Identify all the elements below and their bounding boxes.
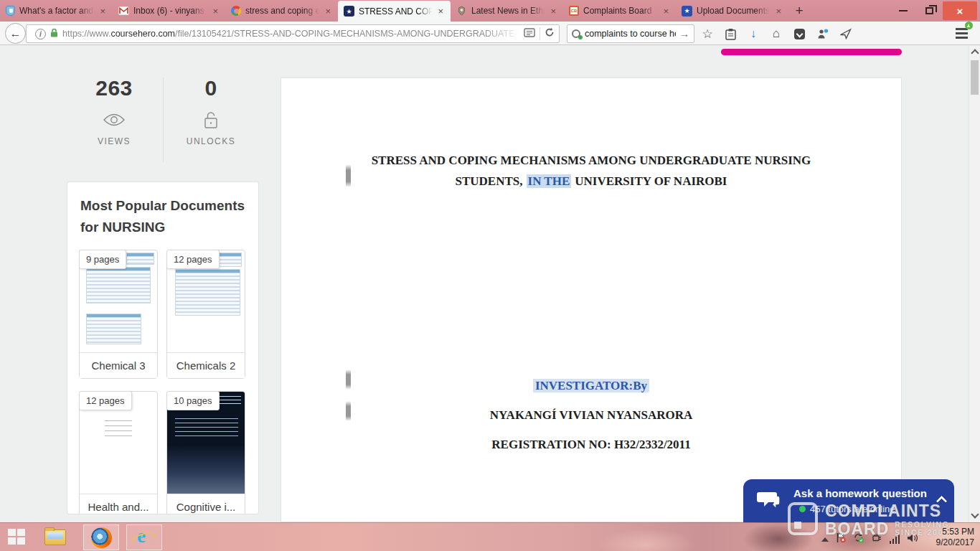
chat-widget-title: Ask a homework question: [793, 487, 927, 499]
tab-title: STRESS AND COPIN: [359, 6, 432, 17]
page-content: 263 VIEWS 0 UNLOCKS Most Popular Documen…: [0, 46, 980, 522]
tab-title: Inbox (6) - vinyans: [133, 6, 207, 16]
search-go-icon[interactable]: →: [679, 28, 689, 39]
downloads-icon[interactable]: ↓: [746, 27, 760, 40]
chat-bubbles-icon: [756, 489, 783, 514]
internet-explorer-taskbar-button[interactable]: e: [126, 524, 162, 550]
scrollbar-thumb[interactable]: [971, 60, 979, 95]
page-info-icon[interactable]: i: [35, 29, 46, 39]
gmail-favicon-icon: [118, 6, 129, 15]
doc-title[interactable]: Chemical 3: [80, 352, 157, 378]
investigator-text: INVESTIGATOR:By: [533, 379, 649, 392]
page-scrollbar[interactable]: [969, 46, 980, 522]
show-hidden-icons-icon[interactable]: [821, 537, 829, 542]
doc-card-cognitive[interactable]: 10 pages Cognitive i...: [166, 391, 245, 514]
reader-mode-icon[interactable]: [524, 27, 535, 40]
most-popular-documents-card: Most Popular Documents for NURSING 9 pag…: [67, 182, 259, 514]
network-signal-icon[interactable]: [890, 534, 900, 544]
google-favicon-icon: [231, 6, 241, 16]
close-window-button[interactable]: ×: [943, 1, 977, 20]
doc-title[interactable]: Cognitive i...: [167, 494, 245, 514]
doc-card-chemical-3[interactable]: 9 pages Chemical 3: [79, 250, 158, 379]
tab-google-search[interactable]: stress and coping e ×: [225, 0, 338, 22]
restore-button[interactable]: [917, 1, 941, 20]
tab-coursehero-document-active[interactable]: ★ STRESS AND COPIN ×: [338, 1, 451, 22]
toolbar-icons: ☆ ↓ ⌂: [700, 24, 852, 43]
complaintsboard-favicon-icon: CB: [569, 6, 579, 16]
url-protocol: https://www.: [62, 29, 110, 39]
doc-title[interactable]: Chemicals 2: [167, 352, 245, 378]
windows-logo-icon: [8, 537, 16, 545]
lock-icon: [168, 110, 254, 129]
tab-close-icon[interactable]: ×: [436, 6, 445, 17]
thumb-table: [86, 267, 151, 303]
tab-close-icon[interactable]: ×: [774, 6, 783, 17]
new-tab-button[interactable]: +: [788, 0, 810, 22]
tutors-online-text: 457 tutors are online: [810, 504, 895, 514]
firefox-taskbar-button[interactable]: [83, 524, 119, 550]
tab-gmail-inbox[interactable]: Inbox (6) - vinyans ×: [113, 0, 225, 22]
tab-latest-news[interactable]: Latest News in Ethi ×: [451, 0, 563, 22]
unlocks-label: UNLOCKS: [168, 136, 254, 146]
search-icon: [572, 29, 581, 39]
doc-card-health-and[interactable]: 12 pages Health and...: [79, 391, 158, 514]
start-button[interactable]: [8, 529, 27, 546]
taskbar-clock[interactable]: 5:53 PM 9/20/2017: [936, 527, 974, 548]
eye-icon: [71, 110, 157, 129]
bookmark-star-icon[interactable]: ☆: [700, 27, 715, 42]
premium-cta-button-top[interactable]: [721, 49, 902, 55]
file-explorer-icon[interactable]: [44, 529, 66, 545]
internet-explorer-icon: e: [133, 527, 156, 548]
browser-toolbar: ← i https://www.coursehero.com/file/1310…: [0, 22, 980, 45]
tab-complaints-board[interactable]: CB Complaints Board ×: [563, 0, 676, 22]
crest-favicon-icon: [456, 6, 467, 17]
power-plug-icon[interactable]: [872, 532, 882, 546]
tab-close-icon[interactable]: ×: [324, 6, 332, 17]
title-post: UNIVERSITY OF NAIROBI: [575, 174, 727, 188]
sync-status-icon[interactable]: [853, 532, 864, 546]
system-tray: [821, 532, 919, 546]
add-search-engine-badge: [578, 35, 583, 39]
windows-logo-icon: [17, 529, 25, 536]
tab-close-icon[interactable]: ×: [661, 6, 670, 17]
windows-logo-icon: [8, 529, 16, 536]
tab-close-icon[interactable]: ×: [549, 6, 557, 17]
pocket-glyph: [794, 29, 805, 39]
tab-upload-documents[interactable]: ★ Upload Documents ×: [676, 0, 788, 22]
bar: [892, 539, 895, 544]
tab-close-icon[interactable]: ×: [98, 6, 107, 17]
thumb-text-lines: [175, 418, 239, 437]
chevron-up-icon[interactable]: [937, 495, 946, 504]
account-sync-icon[interactable]: [815, 28, 829, 39]
doc-card-chemicals-2[interactable]: 12 pages Chemicals 2: [166, 250, 245, 379]
back-button[interactable]: ←: [5, 23, 26, 44]
tab-whats-a-factor[interactable]: What's a factor and ×: [0, 0, 113, 22]
window-controls: ×: [891, 0, 980, 22]
document-investigator-line: INVESTIGATOR:By: [324, 375, 858, 396]
doc-title[interactable]: Health and...: [80, 494, 157, 514]
page-count-badge: 9 pages: [79, 250, 126, 269]
page-count-badge: 12 pages: [79, 391, 132, 410]
address-bar[interactable]: i https://www.coursehero.com/file/131054…: [26, 24, 560, 43]
send-tab-icon[interactable]: [838, 28, 852, 39]
tab-title: Complaints Board: [583, 6, 657, 16]
home-icon[interactable]: ⌂: [769, 27, 783, 41]
search-bar[interactable]: complaints to course hero →: [567, 24, 694, 43]
minimize-button[interactable]: [891, 1, 915, 20]
chat-widget-status: 457 tutors are online: [799, 504, 895, 514]
tab-close-icon[interactable]: ×: [211, 6, 220, 17]
pocket-icon[interactable]: [792, 29, 806, 39]
thumb-table: [126, 253, 154, 265]
reload-icon[interactable]: [545, 27, 555, 40]
stats-divider: [163, 77, 164, 162]
scroll-down-icon[interactable]: [972, 512, 978, 518]
document-page: STRESS AND COPING MECHANISMS AMONG UNDER…: [281, 77, 902, 522]
bar: [895, 537, 897, 544]
scroll-up-icon[interactable]: [972, 49, 978, 55]
volume-icon[interactable]: [907, 533, 918, 546]
menu-hamburger-icon[interactable]: [954, 26, 970, 40]
bookmarks-sidebar-icon[interactable]: [723, 28, 738, 40]
homework-question-widget[interactable]: Ask a homework question 457 tutors are o…: [743, 479, 954, 522]
search-input-value[interactable]: complaints to course hero: [585, 29, 676, 39]
action-center-flag-icon[interactable]: [836, 532, 846, 546]
